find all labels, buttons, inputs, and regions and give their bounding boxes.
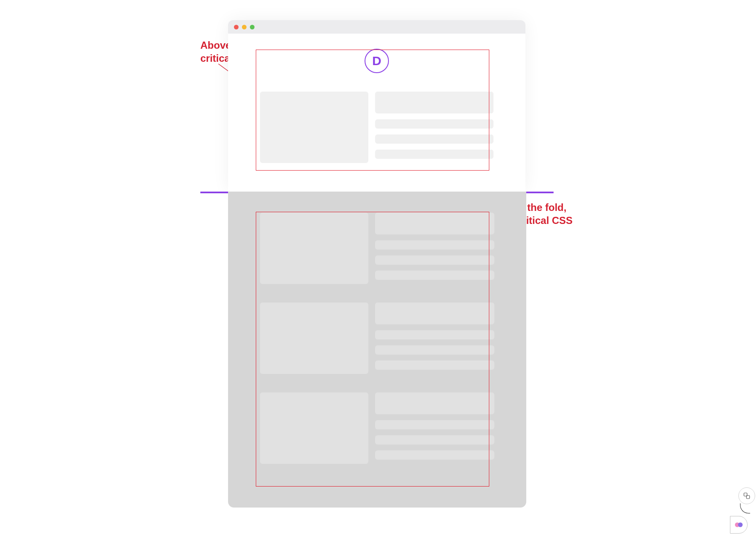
text-placeholder xyxy=(375,330,494,339)
content-row xyxy=(260,392,494,464)
text-lines xyxy=(375,213,494,284)
window-zoom-dot xyxy=(250,25,255,29)
text-placeholder xyxy=(375,360,494,370)
svg-point-5 xyxy=(738,523,743,527)
page-above-fold: D xyxy=(228,34,525,192)
thumbnail-placeholder xyxy=(260,392,368,464)
text-lines xyxy=(375,303,494,374)
text-placeholder xyxy=(375,420,494,429)
floating-widget xyxy=(730,487,755,534)
text-placeholder xyxy=(375,150,494,159)
text-placeholder xyxy=(375,134,494,144)
widget-bubble-top[interactable] xyxy=(738,487,755,504)
heading-placeholder xyxy=(375,392,494,414)
content-row xyxy=(260,213,494,284)
site-logo: D xyxy=(365,49,389,73)
diagram-stage: D xyxy=(200,20,553,508)
text-placeholder xyxy=(375,255,494,265)
thumbnail-placeholder xyxy=(260,213,368,284)
text-placeholder xyxy=(375,450,494,460)
heading-placeholder xyxy=(375,213,494,234)
text-lines xyxy=(375,392,494,464)
text-lines xyxy=(375,92,494,163)
text-placeholder xyxy=(375,240,494,250)
page-below-fold xyxy=(228,192,526,508)
browser-titlebar xyxy=(228,20,525,34)
content-row xyxy=(260,303,494,374)
heading-placeholder xyxy=(375,92,494,113)
text-placeholder xyxy=(375,119,494,129)
thumbnail-placeholder xyxy=(260,303,368,374)
content-row xyxy=(260,92,494,163)
thumbnail-placeholder xyxy=(260,92,368,163)
link-icon xyxy=(743,492,751,500)
widget-connector xyxy=(740,503,750,513)
text-placeholder xyxy=(375,345,494,355)
heading-placeholder xyxy=(375,303,494,324)
widget-bubble-bottom[interactable] xyxy=(730,516,748,534)
site-logo-letter: D xyxy=(372,54,381,68)
text-placeholder xyxy=(375,271,494,280)
text-placeholder xyxy=(375,435,494,445)
logo-wrap: D xyxy=(260,49,494,73)
window-minimize-dot xyxy=(242,25,247,29)
browser-window: D xyxy=(228,20,525,192)
brain-icon xyxy=(734,520,743,529)
below-fold-wrap xyxy=(200,192,554,508)
window-close-dot xyxy=(234,25,239,29)
